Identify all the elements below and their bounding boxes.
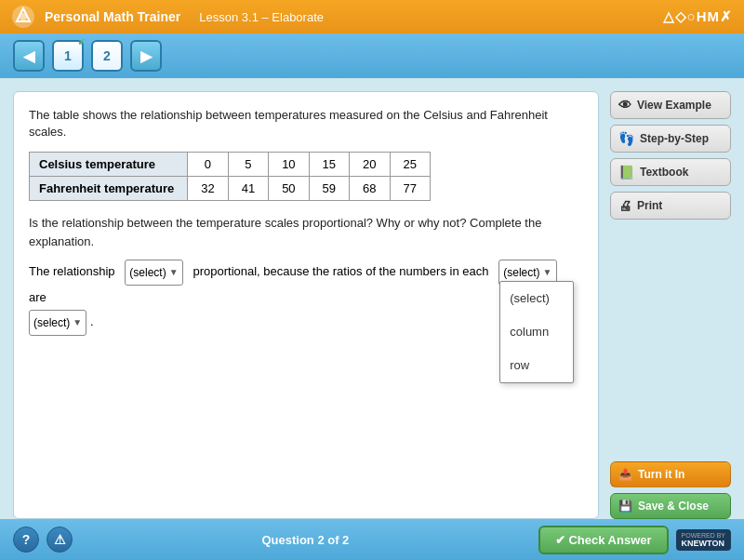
question-text: Is the relationship between the temperat… [29,214,583,250]
step-1-button[interactable]: 1 ✓ [52,40,84,72]
turn-it-in-label: Turn it In [638,468,684,481]
select-3-value: (select) [33,312,70,334]
select-2-arrow-icon: ▼ [543,263,552,282]
dropdown-menu: (select) column row [499,281,574,383]
period: . [90,315,94,329]
action-buttons-group: 📤 Turn it In 💾 Save & Close [610,461,731,519]
alert-button[interactable]: ⚠ [46,527,73,553]
textbook-button[interactable]: 📗 Textbook [610,158,731,186]
step-1-label: 1 [64,48,72,63]
step-by-step-label: Step-by-Step [640,132,709,145]
celsius-25: 25 [390,153,430,177]
celsius-20: 20 [350,153,390,177]
navigation-bar: ◀ 1 ✓ 2 ▶ [0,33,744,78]
hm-logo: △◇○HM✗ [663,8,733,25]
alert-icon: ⚠ [54,532,66,547]
svg-point-2 [20,13,27,20]
fahrenheit-41: 41 [228,177,268,201]
app-title: Personal Math Trainer [45,9,180,24]
select-2[interactable]: (select) ▼ (select) column row [498,260,556,286]
temperature-table: Celsius temperature 0 5 10 15 20 25 Fahr… [29,152,431,201]
check-answer-label: ✔ Check Answer [555,533,652,547]
textbook-icon: 📗 [618,165,634,180]
dropdown-item-column[interactable]: column [500,315,573,349]
save-close-button[interactable]: 💾 Save & Close [610,493,731,519]
celsius-0: 0 [188,153,228,177]
view-example-icon: 👁 [618,98,631,113]
fahrenheit-32: 32 [188,177,228,201]
step-by-step-button[interactable]: 👣 Step-by-Step [610,125,731,153]
select-1-value: (select) [129,261,166,284]
print-button[interactable]: 🖨 Print [610,192,731,220]
bottom-bar: ? ⚠ Question 2 of 2 ✔ Check Answer POWER… [0,519,744,560]
select-1[interactable]: (select) ▼ [125,260,182,286]
bottom-left-buttons: ? ⚠ [13,527,73,553]
help-button[interactable]: ? [13,527,39,553]
step1-checkmark-icon: ✓ [77,36,86,48]
fahrenheit-50: 50 [269,177,309,201]
fahrenheit-77: 77 [390,177,430,201]
sidebar: 👁 View Example 👣 Step-by-Step 📗 Textbook… [610,91,731,519]
question-counter: Question 2 of 2 [261,533,349,547]
save-close-icon: 💾 [618,500,632,513]
celsius-header: Celsius temperature [30,153,188,177]
app-header: Personal Math Trainer Lesson 3.1 – Elabo… [0,0,744,33]
fill-in-sentence: The relationship (select) ▼ proportional… [29,260,583,336]
turn-it-in-icon: 📤 [618,468,632,481]
table-row-celsius: Celsius temperature 0 5 10 15 20 25 [30,153,431,177]
sentence-start: The relationship [29,265,115,279]
fahrenheit-59: 59 [309,177,349,201]
save-close-label: Save & Close [638,500,709,513]
select-3[interactable]: (select) ▼ [29,310,86,336]
lesson-label: Lesson 3.1 – Elaborate [199,10,653,24]
bottom-right-buttons: ✔ Check Answer POWERED BY KNEWTON [538,526,731,554]
textbook-label: Textbook [640,166,688,179]
print-icon: 🖨 [618,198,631,213]
view-example-label: View Example [637,99,711,112]
back-button[interactable]: ◀ [13,40,45,72]
fahrenheit-header: Fahrenheit temperature [30,177,188,201]
sentence-mid: proportional, because the ratios of the … [193,265,488,279]
dropdown-item-select[interactable]: (select) [500,282,573,315]
help-icon: ? [22,532,31,547]
content-panel: The table shows the relationship between… [13,91,599,519]
step-by-step-icon: 👣 [618,131,634,146]
dropdown-item-row[interactable]: row [500,349,573,382]
turn-it-in-button[interactable]: 📤 Turn it In [610,461,731,487]
celsius-10: 10 [269,153,309,177]
sentence-end: are [29,290,46,304]
step-2-button[interactable]: 2 [91,40,123,72]
step-2-label: 2 [103,48,111,63]
app-logo-icon [11,5,35,29]
view-example-button[interactable]: 👁 View Example [610,91,731,119]
forward-button[interactable]: ▶ [130,40,162,72]
intro-text: The table shows the relationship between… [29,107,583,140]
celsius-15: 15 [309,153,349,177]
select-3-arrow-icon: ▼ [73,313,82,332]
celsius-5: 5 [228,153,268,177]
print-label: Print [637,199,662,212]
fahrenheit-68: 68 [350,177,390,201]
knewton-logo: POWERED BY KNEWTON [676,529,731,551]
check-answer-button[interactable]: ✔ Check Answer [538,526,669,554]
table-row-fahrenheit: Fahrenheit temperature 32 41 50 59 68 77 [30,177,431,201]
main-area: The table shows the relationship between… [0,78,744,519]
select-1-arrow-icon: ▼ [169,263,179,282]
